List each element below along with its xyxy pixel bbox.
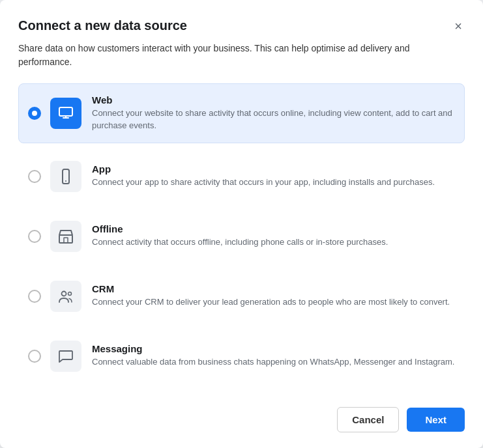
options-list: Web Connect your website to share activi… bbox=[18, 83, 465, 389]
offline-title: Offline bbox=[92, 223, 455, 234]
app-desc: Connect your app to share activity that … bbox=[92, 176, 455, 189]
messaging-title: Messaging bbox=[92, 343, 455, 354]
close-button[interactable]: × bbox=[452, 18, 465, 34]
radio-messaging bbox=[28, 350, 41, 363]
offline-icon-wrap bbox=[50, 221, 81, 252]
dialog-subtitle: Share data on how customers interact wit… bbox=[18, 42, 465, 69]
dialog-title: Connect a new data source bbox=[18, 18, 187, 33]
monitor-icon bbox=[57, 105, 74, 122]
crm-title: CRM bbox=[92, 283, 455, 294]
app-icon-wrap bbox=[50, 161, 81, 192]
web-title: Web bbox=[92, 94, 455, 105]
option-web[interactable]: Web Connect your website to share activi… bbox=[18, 83, 465, 143]
app-text: App Connect your app to share activity t… bbox=[92, 163, 455, 189]
connect-datasource-dialog: Connect a new data source × Share data o… bbox=[0, 0, 483, 448]
web-text: Web Connect your website to share activi… bbox=[92, 94, 455, 132]
option-offline[interactable]: Offline Connect activity that occurs off… bbox=[18, 210, 465, 263]
messaging-desc: Connect valuable data from business chat… bbox=[92, 356, 455, 369]
radio-web bbox=[28, 107, 41, 120]
svg-rect-0 bbox=[59, 107, 72, 116]
svg-point-4 bbox=[65, 180, 66, 182]
chat-icon bbox=[57, 348, 74, 365]
crm-desc: Connect your CRM to deliver your lead ge… bbox=[92, 296, 455, 309]
mobile-icon bbox=[57, 168, 74, 185]
cancel-button[interactable]: Cancel bbox=[337, 407, 399, 432]
dialog-footer: Cancel Next bbox=[18, 407, 465, 432]
offline-text: Offline Connect activity that occurs off… bbox=[92, 223, 455, 249]
messaging-text: Messaging Connect valuable data from bus… bbox=[92, 343, 455, 369]
radio-app bbox=[28, 170, 41, 183]
option-crm[interactable]: CRM Connect your CRM to deliver your lea… bbox=[18, 270, 465, 323]
svg-rect-5 bbox=[59, 235, 72, 243]
radio-crm bbox=[28, 290, 41, 303]
option-messaging[interactable]: Messaging Connect valuable data from bus… bbox=[18, 329, 465, 383]
crm-text: CRM Connect your CRM to deliver your lea… bbox=[92, 283, 455, 309]
messaging-icon-wrap bbox=[50, 341, 81, 372]
web-desc: Connect your website to share activity t… bbox=[92, 107, 455, 132]
svg-rect-6 bbox=[64, 238, 68, 243]
radio-offline bbox=[28, 230, 41, 243]
next-button[interactable]: Next bbox=[407, 408, 465, 432]
svg-point-7 bbox=[62, 291, 66, 296]
crm-icon-wrap bbox=[50, 281, 81, 312]
offline-desc: Connect activity that occurs offline, in… bbox=[92, 236, 455, 249]
svg-point-8 bbox=[68, 292, 72, 295]
dialog-header: Connect a new data source × bbox=[18, 18, 465, 34]
web-icon-wrap bbox=[50, 98, 81, 129]
store-icon bbox=[57, 228, 74, 245]
people-icon bbox=[57, 288, 74, 305]
app-title: App bbox=[92, 163, 455, 175]
option-app[interactable]: App Connect your app to share activity t… bbox=[18, 150, 465, 203]
